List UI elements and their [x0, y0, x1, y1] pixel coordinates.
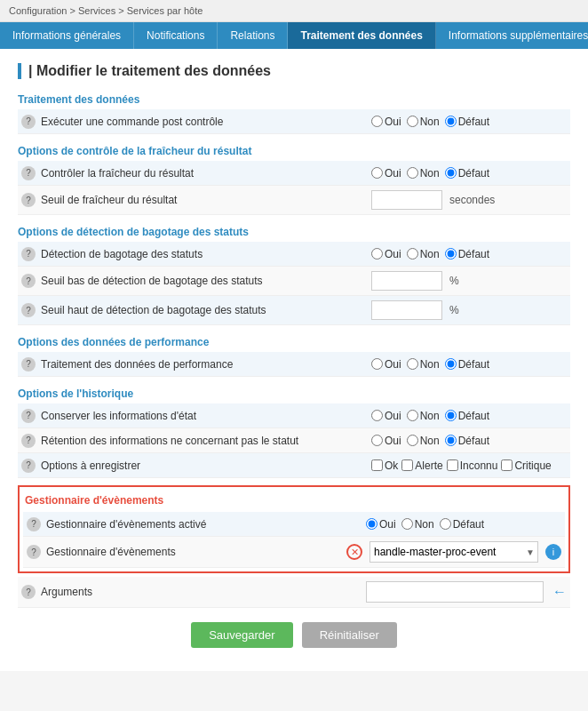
row-traitement-performance: ? Traitement des données de performance … [18, 352, 570, 377]
row-gestionnaire-evenements: ? Gestionnaire d'évènements ✕ handle-mas… [23, 537, 565, 568]
unit-percent-haut: % [449, 304, 459, 316]
help-icon-retention[interactable]: ? [21, 434, 36, 448]
help-icon-conserver-etat[interactable]: ? [21, 409, 36, 423]
reset-button[interactable]: Réinitialiser [302, 622, 397, 648]
radio-oui-fraicheur[interactable]: Oui [371, 167, 401, 180]
help-icon-seuil-fraicheur[interactable]: ? [21, 193, 36, 207]
unit-secondes: secondes [449, 194, 495, 206]
section-historique: Options de l'historique ? Conserver les … [18, 387, 570, 478]
row-seuil-haut-bagotage: ? Seuil haut de détection de bagotage de… [18, 296, 570, 325]
tab-notifications[interactable]: Notifications [134, 22, 218, 49]
tab-informations-generales[interactable]: Informations générales [0, 22, 134, 49]
breadcrumb-services-par-hote: Services par hôte [127, 5, 203, 16]
section-evenements: Gestionnaire d'évènements ? Gestionnaire… [18, 485, 570, 573]
radio-non-fraicheur[interactable]: Non [407, 167, 440, 180]
row-arguments: ? Arguments ← [18, 577, 570, 608]
row-post-controle-controls: Oui Non Défaut [371, 116, 567, 128]
radio-oui-retention[interactable]: Oui [371, 435, 401, 447]
help-icon-fraicheur-controle[interactable]: ? [21, 166, 36, 180]
radio-non-perf[interactable]: Non [407, 358, 440, 371]
section-bagotage-title: Options de détection de bagotage des sta… [18, 226, 570, 238]
help-icon-arguments[interactable]: ? [21, 585, 36, 599]
radio-defaut-bagotage[interactable]: Défaut [445, 248, 489, 260]
radio-defaut-etat[interactable]: Défaut [445, 410, 489, 422]
radio-defaut-perf[interactable]: Défaut [445, 358, 489, 371]
help-icon-seuil-haut[interactable]: ? [21, 303, 36, 317]
row-retention: ? Rétention des informations ne concerna… [18, 428, 570, 453]
radio-defaut-fraicheur[interactable]: Défaut [445, 167, 489, 180]
info-icon-gestionnaire[interactable]: i [545, 544, 561, 560]
radio-oui-etat[interactable]: Oui [371, 410, 401, 422]
input-seuil-haut[interactable] [371, 300, 442, 320]
breadcrumb-config: Configuration [9, 5, 67, 16]
footer-buttons: Sauvegarder Réinitialiser [18, 608, 570, 657]
row-seuil-fraicheur: ? Seuil de fraîcheur du résultat seconde… [18, 186, 570, 215]
breadcrumb: Configuration > Services > Services par … [0, 0, 588, 22]
tab-traitement-donnees[interactable]: Traitement des données [288, 22, 435, 49]
row-post-controle: ? Exécuter une commande post contrôle Ou… [18, 109, 570, 134]
row-options-enregistrer: ? Options à enregistrer Ok Alerte Inconn… [18, 453, 570, 478]
checkbox-alerte[interactable]: Alerte [401, 459, 442, 472]
row-detection-bagotage: ? Détection de bagotage des statuts Oui … [18, 242, 570, 267]
row-evenements-active: ? Gestionnaire d'évènements activé Oui N… [23, 512, 565, 537]
radio-non-retention[interactable]: Non [407, 435, 440, 447]
checkbox-ok[interactable]: Ok [371, 459, 398, 472]
gestionnaire-select-wrapper: handle-master-proc-event ▼ [369, 541, 538, 563]
section-evenements-title: Gestionnaire d'évènements [23, 491, 565, 512]
breadcrumb-services: Services [78, 5, 115, 16]
help-icon-post-controle[interactable]: ? [21, 115, 36, 129]
clear-icon-gestionnaire[interactable]: ✕ [346, 544, 362, 560]
radio-non-etat[interactable]: Non [407, 410, 440, 422]
row-fraicheur-controle: ? Contrôler la fraîcheur du résultat Oui… [18, 161, 570, 186]
help-icon-evenements-active[interactable]: ? [27, 517, 41, 531]
radio-oui-evenements[interactable]: Oui [366, 518, 396, 531]
input-seuil-bas[interactable] [371, 271, 442, 291]
row-seuil-bas-bagotage: ? Seuil bas de détection de bagotage des… [18, 267, 570, 296]
input-seuil-fraicheur[interactable] [371, 190, 442, 210]
help-icon-gestionnaire[interactable]: ? [27, 545, 41, 559]
help-icon-perf[interactable]: ? [21, 357, 36, 371]
tab-relations[interactable]: Relations [218, 22, 288, 49]
checkbox-critique[interactable]: Critique [501, 459, 551, 472]
help-icon-detection-bagotage[interactable]: ? [21, 247, 36, 261]
tab-informations-supplementaires[interactable]: Informations supplémentaires du [436, 22, 588, 49]
radio-non-bagotage[interactable]: Non [407, 248, 440, 260]
section-historique-title: Options de l'historique [18, 387, 570, 400]
main-content: | Modifier le traitement des données Tra… [0, 49, 588, 671]
help-icon-seuil-bas[interactable]: ? [21, 274, 36, 288]
section-fraicheur: Options de contrôle de la fraîcheur du r… [18, 145, 570, 215]
section-performance-title: Options des données de performance [18, 336, 570, 348]
row-post-controle-label: ? Exécuter une commande post contrôle [21, 115, 371, 129]
input-arguments[interactable] [366, 581, 544, 603]
radio-defaut-evenements[interactable]: Défaut [440, 518, 484, 531]
row-conserver-etat: ? Conserver les informations d'état Oui … [18, 403, 570, 428]
radio-defaut-post-controle[interactable]: Défaut [445, 116, 489, 128]
gestionnaire-select[interactable]: handle-master-proc-event [369, 541, 538, 563]
radio-oui-perf[interactable]: Oui [371, 358, 401, 371]
section-traitement: Traitement des données ? Exécuter une co… [18, 93, 570, 134]
unit-percent-bas: % [449, 275, 459, 287]
page-title: | Modifier le traitement des données [18, 63, 570, 79]
help-icon-options-enregistrer[interactable]: ? [21, 459, 36, 473]
section-performance: Options des données de performance ? Tra… [18, 336, 570, 377]
back-arrow-icon[interactable]: ← [552, 584, 567, 600]
section-traitement-title: Traitement des données [18, 93, 570, 106]
section-bagotage: Options de détection de bagotage des sta… [18, 226, 570, 325]
save-button[interactable]: Sauvegarder [191, 622, 292, 648]
radio-oui-post-controle[interactable]: Oui [371, 116, 401, 128]
radio-non-evenements[interactable]: Non [401, 518, 434, 531]
radio-defaut-retention[interactable]: Défaut [445, 435, 489, 447]
checkbox-inconnu[interactable]: Inconnu [447, 459, 498, 472]
radio-oui-bagotage[interactable]: Oui [371, 248, 401, 260]
tab-bar: Informations générales Notifications Rel… [0, 22, 588, 49]
radio-non-post-controle[interactable]: Non [407, 116, 440, 128]
section-fraicheur-title: Options de contrôle de la fraîcheur du r… [18, 145, 570, 157]
